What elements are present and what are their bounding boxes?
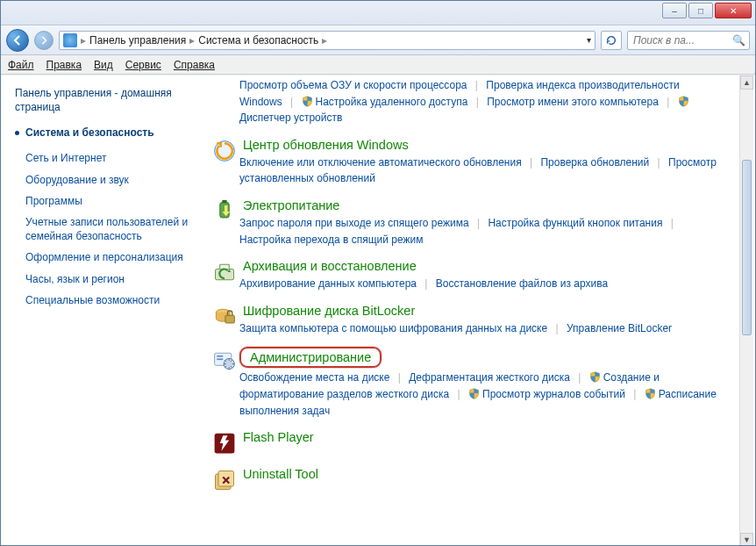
content-pane: Просмотр объема ОЗУ и скорости процессор… xyxy=(204,75,755,546)
category-title[interactable]: Администрирование xyxy=(239,347,382,368)
task-link[interactable]: Включение или отключение автоматического… xyxy=(239,156,522,169)
menu-tools[interactable]: Сервис xyxy=(125,59,161,71)
sidebar-item[interactable]: Сеть и Интернет xyxy=(15,147,194,169)
category-admin: АдминистрированиеОсвобождение места на д… xyxy=(210,347,722,419)
task-link[interactable]: Запрос пароля при выходе из спящего режи… xyxy=(239,217,469,229)
refresh-button[interactable] xyxy=(601,31,622,50)
shield-icon xyxy=(645,388,656,399)
category-backup: Архивация и восстановлениеАрхивирование … xyxy=(210,258,722,292)
search-icon[interactable]: 🔍 xyxy=(732,34,745,47)
category-uninstall: Uninstall Tool xyxy=(210,466,722,492)
task-link[interactable]: Настройка перехода в спящий режим xyxy=(239,233,423,246)
category-windows-update: Центр обновления WindowsВключение или от… xyxy=(210,137,722,187)
category-flash: Flash Player xyxy=(210,429,722,456)
task-link[interactable]: Освобождение места на диске xyxy=(239,371,389,384)
breadcrumb-sep-icon: ▸ xyxy=(322,34,327,47)
scroll-down-button[interactable]: ▼ xyxy=(740,533,753,546)
nav-forward-button[interactable] xyxy=(34,31,53,50)
minimize-button[interactable]: – xyxy=(662,3,687,18)
window-titlebar: – □ ✕ xyxy=(1,1,755,25)
task-link[interactable]: Просмотр имени этого компьютера xyxy=(487,96,659,108)
category-title[interactable]: Центр обновления Windows xyxy=(239,137,412,153)
scroll-up-button[interactable]: ▲ xyxy=(740,75,753,90)
task-link[interactable]: Восстановление файлов из архива xyxy=(436,277,608,290)
search-input[interactable] xyxy=(631,33,729,47)
scroll-track[interactable] xyxy=(740,90,753,533)
link-separator: | xyxy=(424,276,427,292)
flash-icon xyxy=(210,429,239,456)
svg-rect-9 xyxy=(217,359,223,361)
link-separator: | xyxy=(658,154,660,171)
link-separator: | xyxy=(633,386,636,403)
address-dropdown-icon[interactable]: ▾ xyxy=(587,35,591,45)
control-panel-icon xyxy=(63,33,77,47)
sidebar-item[interactable]: Оформление и персонализация xyxy=(15,247,194,268)
category-power: ЭлектропитаниеЗапрос пароля при выходе и… xyxy=(210,198,722,248)
power-icon xyxy=(210,198,239,248)
sidebar-item[interactable]: Учетные записи пользователей и семейная … xyxy=(15,212,194,247)
uninstall-icon xyxy=(210,466,239,492)
admin-icon xyxy=(210,347,239,419)
task-link[interactable]: Проверка обновлений xyxy=(540,156,649,169)
close-button[interactable]: ✕ xyxy=(715,3,752,18)
svg-rect-12 xyxy=(218,471,234,487)
svg-rect-5 xyxy=(225,315,235,323)
sidebar-item-active[interactable]: Система и безопасность xyxy=(15,126,194,139)
task-link[interactable]: Управление BitLocker xyxy=(567,322,672,334)
sidebar-item[interactable]: Часы, язык и регион xyxy=(15,269,194,290)
shield-icon xyxy=(302,96,313,107)
task-link[interactable]: Настройка удаленного доступа xyxy=(316,96,468,108)
task-link[interactable]: Просмотр объема ОЗУ и скорости процессор… xyxy=(239,79,467,91)
nav-toolbar: ▸ Панель управления ▸ Система и безопасн… xyxy=(1,25,755,55)
task-link[interactable]: Диспетчер устройств xyxy=(239,111,342,124)
svg-rect-2 xyxy=(222,200,226,204)
link-separator: | xyxy=(578,370,581,386)
task-link[interactable]: Архивирование данных компьютера xyxy=(239,277,417,290)
menu-edit[interactable]: Правка xyxy=(46,59,82,71)
link-separator: | xyxy=(290,94,293,111)
task-link[interactable]: Настройка функций кнопок питания xyxy=(488,217,662,229)
nav-back-button[interactable] xyxy=(6,29,29,52)
category-title[interactable]: Архивация и восстановление xyxy=(239,258,420,274)
scroll-thumb[interactable] xyxy=(742,160,752,335)
svg-rect-8 xyxy=(217,356,223,357)
link-separator: | xyxy=(458,386,460,403)
sidebar-item[interactable]: Специальные возможности xyxy=(15,290,194,311)
menu-file[interactable]: Файл xyxy=(8,59,34,71)
sidebar-item[interactable]: Программы xyxy=(15,190,194,212)
search-box[interactable]: 🔍 xyxy=(627,31,750,50)
category-title[interactable]: Электропитание xyxy=(239,198,343,213)
sidebar-item[interactable]: Оборудование и звук xyxy=(15,169,194,190)
category-links: Включение или отключение автоматического… xyxy=(239,154,722,187)
menu-view[interactable]: Вид xyxy=(94,59,113,71)
task-link[interactable]: Защита компьютера с помощью шифрования д… xyxy=(239,322,547,334)
menubar: Файл Правка Вид Сервис Справка xyxy=(1,55,755,75)
shield-icon xyxy=(468,388,480,399)
shield-icon xyxy=(678,96,689,107)
category-links: Запрос пароля при выходе из спящего режи… xyxy=(239,215,722,248)
category-links: Защита компьютера с помощью шифрования д… xyxy=(239,320,722,337)
link-separator: | xyxy=(476,94,479,111)
category-title[interactable]: Шифрование диска BitLocker xyxy=(239,303,418,319)
address-bar[interactable]: ▸ Панель управления ▸ Система и безопасн… xyxy=(59,31,596,50)
bitlocker-icon xyxy=(210,303,239,337)
sidebar: Панель управления - домашняя страница Си… xyxy=(1,75,204,546)
category-title[interactable]: Flash Player xyxy=(239,429,317,445)
breadcrumb-sep-icon: ▸ xyxy=(189,34,195,47)
task-link[interactable]: Дефрагментация жесткого диска xyxy=(409,371,570,384)
task-link[interactable]: Просмотр журналов событий xyxy=(482,388,625,400)
link-separator: | xyxy=(398,370,401,386)
category-title[interactable]: Uninstall Tool xyxy=(239,466,322,482)
breadcrumb-root[interactable]: Панель управления xyxy=(89,34,186,47)
sidebar-home-link[interactable]: Панель управления - домашняя страница xyxy=(15,86,194,114)
backup-icon xyxy=(210,258,239,292)
breadcrumb-sep-icon: ▸ xyxy=(81,34,86,47)
menu-help[interactable]: Справка xyxy=(174,59,215,71)
link-separator: | xyxy=(671,215,674,232)
windows-update-icon xyxy=(210,137,239,187)
vertical-scrollbar[interactable]: ▲ ▼ xyxy=(739,75,753,546)
category-bitlocker: Шифрование диска BitLockerЗащита компьют… xyxy=(210,303,722,337)
link-separator: | xyxy=(667,94,669,111)
maximize-button[interactable]: □ xyxy=(688,3,713,18)
breadcrumb-current[interactable]: Система и безопасность xyxy=(198,34,318,47)
